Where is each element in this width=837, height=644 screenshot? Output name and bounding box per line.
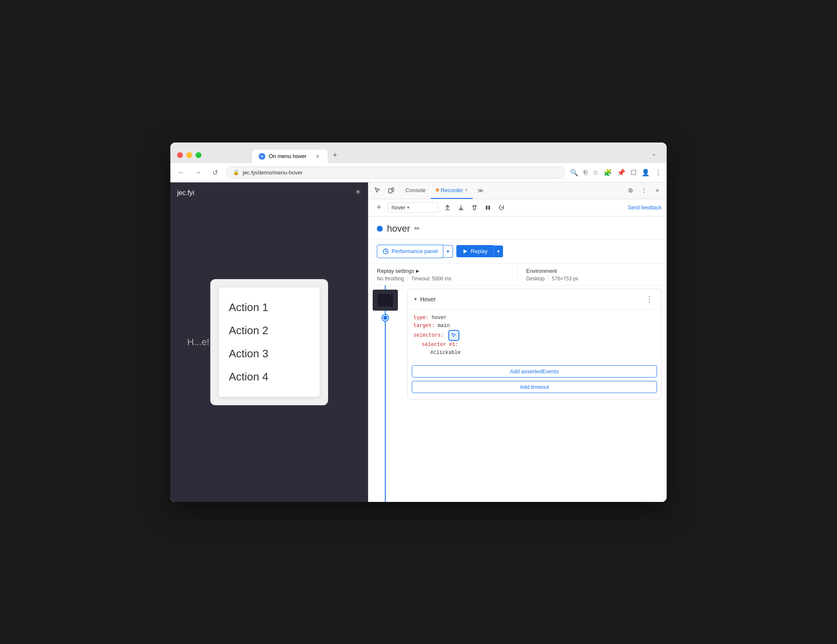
tab-bar: ● On menu hover × +	[252, 148, 341, 163]
step-detail-panel: ▼ Hover ⋮ type: hover	[402, 285, 667, 502]
search-icon[interactable]: 🔍	[570, 169, 578, 177]
recorder-tab-label: Recorder	[436, 187, 463, 193]
extension-icon[interactable]: 🧩	[604, 169, 612, 177]
add-asserted-events-button[interactable]: Add assertedEvents	[412, 365, 657, 377]
action-buttons-area: Add assertedEvents Add timeout	[408, 361, 661, 399]
selector-target-icon	[451, 333, 457, 338]
minimize-button[interactable]	[186, 152, 192, 158]
recorder-tab-close[interactable]: ×	[465, 187, 468, 193]
code-selector-num-line: selector #1:	[413, 341, 655, 349]
menu-item-4[interactable]: Action 4	[229, 365, 310, 388]
devtools-panel: Console Recorder × ≫ ⚙ ⋮ ×	[368, 182, 667, 502]
target-key: target:	[413, 323, 434, 329]
menu-card: Action 1 Action 2 Action 3 Action 4	[210, 279, 328, 405]
timeout-value: Timeout: 5000 ms	[408, 276, 455, 282]
address-icons: 🔍 ⎗ ☆ 🧩 📌 ☐ 👤 ⋮	[570, 169, 662, 177]
brightness-icon[interactable]: ☀	[355, 187, 361, 197]
selector-icon-box	[448, 330, 459, 341]
devtools-tabs: Console Recorder × ≫	[400, 182, 486, 199]
throttling-value: No throttling	[377, 276, 408, 282]
tab-recorder[interactable]: Recorder ×	[431, 182, 473, 199]
back-button[interactable]: ←	[175, 166, 187, 178]
device-toolbar-button[interactable]	[385, 185, 397, 196]
close-devtools-button[interactable]: ×	[652, 185, 663, 196]
timeline-thumbnail	[373, 290, 398, 311]
recording-select[interactable]: hover ▾	[388, 202, 438, 213]
svg-rect-0	[389, 189, 392, 193]
account-icon[interactable]: 👤	[641, 169, 650, 177]
svg-rect-1	[392, 188, 394, 191]
expand-arrow-icon[interactable]: ▼	[413, 297, 418, 301]
tab-console[interactable]: Console	[400, 182, 431, 199]
menu-item-1[interactable]: Action 1	[229, 296, 310, 319]
close-button[interactable]	[177, 152, 183, 158]
replay-button[interactable]: Replay	[456, 245, 493, 257]
add-recording-button[interactable]: +	[373, 202, 384, 213]
performance-panel-label: Performance panel	[392, 248, 438, 254]
address-input[interactable]: 🔒 jec.fyi/demo/menu-hover	[226, 166, 565, 179]
recording-status-indicator	[377, 226, 383, 232]
tab-title: On menu hover	[269, 153, 307, 159]
menu-item-2[interactable]: Action 2	[229, 319, 310, 342]
webpage-panel: jec.fyi ☀ H...e! Action 1 Action 2 Actio…	[170, 182, 368, 502]
hover-step-label: Hover	[420, 296, 436, 303]
main-content: jec.fyi ☀ H...e! Action 1 Action 2 Actio…	[170, 182, 667, 502]
step-replay-button[interactable]	[495, 202, 507, 214]
recording-title-row: hover ✏	[368, 216, 667, 240]
settings-button[interactable]: ⚙	[625, 185, 636, 196]
delete-recording-button[interactable]	[469, 202, 480, 214]
replay-label: Replay	[471, 248, 487, 254]
devtools-toolbar: Console Recorder × ≫ ⚙ ⋮ ×	[368, 182, 667, 199]
recorder-toolbar: + hover ▾	[368, 199, 667, 216]
pin-icon[interactable]: 📌	[617, 169, 625, 177]
code-block: type: hover target: main selectors:	[408, 310, 661, 362]
perf-panel-dropdown-button[interactable]: ▾	[443, 245, 453, 258]
svg-rect-3	[488, 206, 490, 210]
replay-settings-arrow: ▶	[416, 269, 419, 273]
active-tab[interactable]: ● On menu hover ×	[252, 150, 328, 163]
forward-button[interactable]: →	[192, 166, 204, 178]
replay-dropdown-button[interactable]: ▾	[493, 245, 503, 257]
new-tab-button[interactable]: +	[329, 148, 341, 163]
selector-value: #clickable	[430, 350, 461, 356]
more-options-icon[interactable]: ⋮	[655, 169, 662, 177]
perf-panel-group: Performance panel ▾	[377, 245, 453, 258]
replay-group: Replay ▾	[456, 245, 503, 257]
settings-right-panel: Environment Desktop 576×753 px	[518, 264, 667, 285]
partial-text: H...e!	[187, 337, 212, 348]
menu-item-3[interactable]: Action 3	[229, 342, 310, 365]
timeline-thumbnail-wrapper	[373, 290, 398, 312]
refresh-button[interactable]: ↺	[209, 166, 221, 178]
address-bar: ← → ↺ 🔒 jec.fyi/demo/menu-hover 🔍 ⎗ ☆ 🧩 …	[170, 163, 667, 182]
more-tabs-button[interactable]: ≫	[474, 185, 486, 196]
devtools-toolbar-right: ⚙ ⋮ ×	[625, 185, 663, 196]
edit-recording-name-button[interactable]: ✏	[414, 224, 420, 232]
environment-values: Desktop 576×753 px	[526, 276, 658, 282]
send-feedback-button[interactable]: Send feedback	[628, 205, 662, 211]
window-dropdown[interactable]: ⌄	[652, 150, 660, 160]
code-target-line: target: main	[413, 322, 655, 330]
selector-num-key: selector #1:	[422, 342, 458, 348]
tab-close-button[interactable]: ×	[314, 153, 321, 160]
replay-settings-label[interactable]: Replay settings ▶	[377, 268, 509, 274]
start-recording-button[interactable]	[482, 202, 494, 214]
add-timeout-button[interactable]: Add timeout	[412, 381, 657, 393]
inspect-element-button[interactable]	[372, 185, 384, 196]
timeline-step-dot	[382, 315, 388, 321]
export-button[interactable]	[442, 202, 453, 214]
recording-title-text: hover	[387, 223, 410, 234]
performance-panel-button[interactable]: Performance panel	[377, 245, 443, 258]
webpage-title: jec.fyi	[177, 189, 194, 197]
menu-inner: Action 1 Action 2 Action 3 Action 4	[219, 288, 320, 397]
step-more-button[interactable]: ⋮	[644, 293, 655, 305]
recorder-active-dot	[436, 188, 439, 192]
share-icon[interactable]: ⎗	[583, 169, 588, 176]
sidebar-icon[interactable]: ☐	[630, 169, 636, 177]
target-val: main	[438, 323, 450, 329]
devtools-kebab-menu[interactable]: ⋮	[638, 185, 650, 196]
code-selectors-line: selectors:	[413, 330, 655, 341]
bookmark-icon[interactable]: ☆	[593, 169, 599, 177]
maximize-button[interactable]	[196, 152, 201, 158]
download-button[interactable]	[455, 202, 467, 214]
resolution-value: 576×753 px	[548, 276, 582, 282]
